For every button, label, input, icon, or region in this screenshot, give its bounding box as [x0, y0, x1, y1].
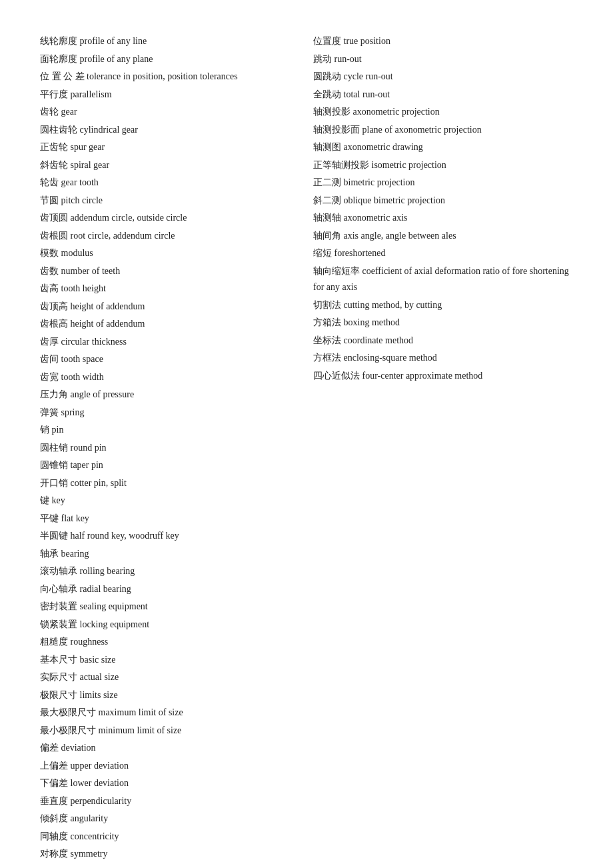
- list-item: 圆柱销 round pin: [40, 440, 300, 457]
- list-item: 齿厚 circular thickness: [40, 334, 300, 351]
- list-item: 轮齿 gear tooth: [40, 175, 300, 191]
- main-content: 线轮廓度 profile of any line面轮廓度 profile of …: [40, 33, 573, 863]
- list-item: 键 key: [40, 493, 300, 509]
- list-item: 四心近似法 four-center approximate method: [313, 368, 573, 385]
- list-item: 斜齿轮 spiral gear: [40, 157, 300, 174]
- list-item: 齿顶高 height of addendum: [40, 299, 300, 315]
- list-item: 位置度 true position: [313, 33, 573, 50]
- list-item: 圆跳动 cycle run-out: [313, 69, 573, 85]
- list-item: 压力角 angle of pressure: [40, 387, 300, 403]
- list-item: 面轮廓度 profile of any plane: [40, 51, 300, 68]
- list-item: 正齿轮 spur gear: [40, 139, 300, 156]
- list-item: 轴测投影面 plane of axonometric projection: [313, 122, 573, 139]
- list-item: 极限尺寸 limits size: [40, 687, 300, 704]
- list-item: 线轮廓度 profile of any line: [40, 33, 300, 50]
- list-item: 粗糙度 roughness: [40, 634, 300, 651]
- list-item: 半圆键 half round key, woodruff key: [40, 528, 300, 545]
- list-item: 节圆 pitch circle: [40, 193, 300, 209]
- list-item: 齿间 tooth space: [40, 351, 300, 368]
- list-item: 齿高 tooth height: [40, 281, 300, 297]
- list-item: 销 pin: [40, 422, 300, 439]
- list-item: 轴测图 axonometric drawing: [313, 139, 573, 156]
- list-item: 密封装置 sealing equipment: [40, 599, 300, 615]
- list-item: 垂直度 perpendicularity: [40, 793, 300, 810]
- list-item: 平键 flat key: [40, 511, 300, 527]
- list-item: 同轴度 concentricity: [40, 829, 300, 845]
- list-item: 弹簧 spring: [40, 405, 300, 421]
- list-item: 切割法 cutting method, by cutting: [313, 297, 573, 314]
- list-item: 滚动轴承 rolling bearing: [40, 563, 300, 580]
- list-item: 全跳动 total run-out: [313, 87, 573, 103]
- list-item: 正二测 bimetric projection: [313, 175, 573, 191]
- list-item: 方箱法 boxing method: [313, 315, 573, 331]
- list-item: 圆柱齿轮 cylindrical gear: [40, 122, 300, 139]
- list-item: 斜二测 oblique bimetric projection: [313, 193, 573, 209]
- list-item: 上偏差 upper deviation: [40, 758, 300, 775]
- list-item: 开口销 cotter pin, split: [40, 475, 300, 492]
- list-item: 实际尺寸 actual size: [40, 669, 300, 686]
- list-item: 向心轴承 radial bearing: [40, 581, 300, 598]
- list-item: 下偏差 lower deviation: [40, 775, 300, 792]
- list-item: 正等轴测投影 isometric projection: [313, 157, 573, 174]
- list-item: 方框法 enclosing-square method: [313, 350, 573, 367]
- list-item: 齿宽 tooth width: [40, 369, 300, 386]
- list-item: 轴承 bearing: [40, 546, 300, 563]
- list-item: 最小极限尺寸 minimum limit of size: [40, 723, 300, 739]
- list-item: 轴测投影 axonometric projection: [313, 104, 573, 121]
- list-item: 平行度 parallelism: [40, 87, 300, 103]
- list-item: 轴测轴 axonometric axis: [313, 210, 573, 227]
- list-item: 齿根高 height of addendum: [40, 316, 300, 333]
- list-item: 位 置 公 差 tolerance in position, position …: [40, 69, 300, 85]
- right-column: 位置度 true position跳动 run-out圆跳动 cycle run…: [313, 33, 573, 863]
- list-item: 最大极限尺寸 maximum limit of size: [40, 705, 300, 721]
- list-item: 齿根圆 root circle, addendum circle: [40, 228, 300, 245]
- list-item: 倾斜度 angularity: [40, 811, 300, 827]
- list-item: 偏差 deviation: [40, 740, 300, 757]
- list-item: 锁紧装置 locking equipment: [40, 617, 300, 633]
- list-item: 跳动 run-out: [313, 51, 573, 68]
- list-item: 基本尺寸 basic size: [40, 652, 300, 669]
- list-item: 圆锥销 taper pin: [40, 457, 300, 474]
- list-item: 坐标法 coordinate method: [313, 333, 573, 349]
- left-column: 线轮廓度 profile of any line面轮廓度 profile of …: [40, 33, 300, 863]
- list-item: 齿顶圆 addendum circle, outside circle: [40, 210, 300, 227]
- list-item: 齿数 number of teeth: [40, 263, 300, 280]
- list-item: 轴向缩短率 coefficient of axial deformation r…: [313, 263, 573, 296]
- list-item: 齿轮 gear: [40, 104, 300, 121]
- list-item: 轴间角 axis angle, angle between ales: [313, 228, 573, 245]
- list-item: 缩短 foreshortened: [313, 245, 573, 262]
- list-item: 模数 modulus: [40, 245, 300, 262]
- list-item: 对称度 symmetry: [40, 846, 300, 863]
